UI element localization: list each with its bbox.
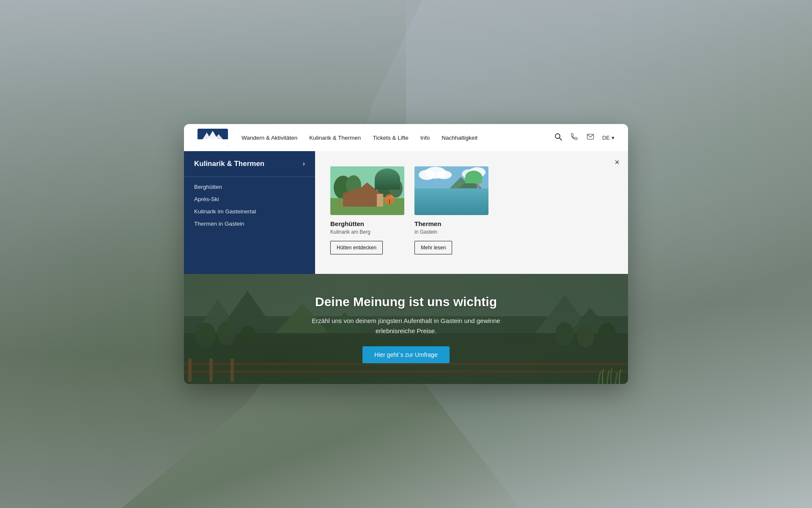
- hero-subtitle-line2: erlebnisreiche Preise.: [376, 327, 436, 334]
- dropdown-item-kulinarik[interactable]: Kulinarik im Gasteinertal: [194, 208, 305, 215]
- svg-rect-35: [419, 193, 480, 196]
- cards-row: Berghütten Kulinarik am Berg Hütten entd…: [330, 166, 613, 254]
- svg-point-30: [469, 167, 486, 177]
- svg-rect-1: [198, 140, 227, 146]
- hero-subtitle-line1: Erzähl uns von deinem jüngsten Aufenthal…: [312, 317, 500, 324]
- hero-subtitle: Erzähl uns von deinem jüngsten Aufenthal…: [312, 316, 500, 336]
- navbar: GASTEINER Wandern & Aktivitäten Kulinari…: [184, 124, 628, 151]
- svg-point-57: [598, 323, 616, 346]
- svg-rect-24: [389, 199, 390, 204]
- dropdown-content: ×: [315, 151, 628, 274]
- svg-line-7: [559, 138, 562, 140]
- svg-rect-15: [356, 194, 383, 207]
- svg-rect-39: [476, 192, 477, 200]
- svg-rect-41: [476, 195, 480, 196]
- svg-point-52: [195, 323, 216, 348]
- svg-point-28: [436, 171, 452, 179]
- close-button[interactable]: ×: [614, 158, 620, 166]
- lang-chevron-icon: ▾: [612, 135, 614, 141]
- hero-content: Deine Meinung ist uns wichtig Erzähl uns…: [278, 295, 534, 363]
- nav-link-nachhaltigkeit[interactable]: Nachhaltigkeit: [442, 135, 477, 141]
- nav-links: Wandern & Aktivitäten Kulinarik & Therme…: [241, 135, 554, 141]
- card-thermen-button[interactable]: Mehr lesen: [414, 241, 452, 254]
- card-thermen-subtitle: in Gastein: [414, 229, 488, 235]
- dropdown-panel: Kulinarik & Thermen › Berghütten Après-S…: [184, 151, 628, 274]
- lang-label: DE: [602, 135, 610, 141]
- svg-rect-21: [345, 200, 346, 207]
- svg-point-11: [346, 175, 361, 196]
- card-thermen-image: [414, 166, 488, 215]
- svg-rect-61: [209, 359, 213, 382]
- hero-section: Deine Meinung ist uns wichtig Erzähl uns…: [184, 274, 628, 384]
- svg-rect-59: [184, 370, 628, 373]
- card-thermen: Thermen in Gastein Mehr lesen: [414, 166, 488, 254]
- dropdown-item-thermen[interactable]: Thermen in Gastein: [194, 221, 305, 227]
- dropdown-title-text: Kulinarik & Thermen: [194, 160, 264, 168]
- dropdown-chevron-icon: ›: [303, 160, 305, 168]
- logo-area[interactable]: GASTEINER: [198, 129, 228, 146]
- card-thermen-title: Thermen: [414, 220, 488, 227]
- logo-box: GASTEINER: [198, 129, 228, 146]
- svg-point-56: [577, 326, 594, 348]
- browser-window: GASTEINER Wandern & Aktivitäten Kulinari…: [184, 124, 628, 384]
- svg-rect-38: [477, 182, 480, 194]
- svg-point-53: [217, 321, 236, 345]
- svg-rect-18: [372, 197, 377, 201]
- svg-point-54: [239, 326, 256, 347]
- phone-icon[interactable]: [570, 133, 579, 143]
- svg-rect-42: [476, 198, 480, 199]
- language-selector[interactable]: DE ▾: [602, 135, 614, 141]
- nav-right: DE ▾: [554, 133, 614, 143]
- svg-rect-33: [414, 190, 488, 215]
- nav-link-info[interactable]: Info: [420, 135, 430, 141]
- hero-survey-button[interactable]: Hier geht´s zur Umfrage: [362, 346, 449, 363]
- dropdown-item-apres-ski[interactable]: Après-Ski: [194, 196, 305, 202]
- card-berghütten-title: Berghütten: [330, 220, 404, 227]
- svg-rect-19: [366, 199, 371, 207]
- svg-rect-60: [188, 359, 192, 382]
- svg-rect-17: [359, 197, 364, 201]
- nav-link-wandern[interactable]: Wandern & Aktivitäten: [241, 135, 297, 141]
- nav-link-tickets[interactable]: Tickets & Lifte: [373, 135, 408, 141]
- dropdown-sidebar: Kulinarik & Thermen › Berghütten Après-S…: [184, 151, 315, 274]
- card-berghütten-subtitle: Kulinarik am Berg: [330, 229, 404, 235]
- svg-text:GASTEINER: GASTEINER: [206, 142, 219, 145]
- svg-rect-62: [230, 359, 234, 382]
- nav-link-kulinarik[interactable]: Kulinarik & Thermen: [309, 135, 361, 141]
- email-icon[interactable]: [586, 133, 595, 143]
- dropdown-item-berghütten[interactable]: Berghütten: [194, 184, 305, 190]
- svg-rect-34: [419, 193, 480, 213]
- card-berghütten: Berghütten Kulinarik am Berg Hütten entd…: [330, 166, 404, 254]
- svg-rect-40: [479, 192, 480, 200]
- svg-point-55: [555, 322, 574, 346]
- dropdown-sidebar-title[interactable]: Kulinarik & Thermen ›: [184, 151, 315, 177]
- card-berghütten-image: [330, 166, 404, 215]
- card-berghütten-button[interactable]: Hütten entdecken: [330, 241, 383, 254]
- hero-title: Deine Meinung ist uns wichtig: [312, 295, 500, 309]
- search-icon[interactable]: [554, 133, 562, 143]
- dropdown-menu-list: Berghütten Après-Ski Kulinarik im Gastei…: [184, 177, 315, 234]
